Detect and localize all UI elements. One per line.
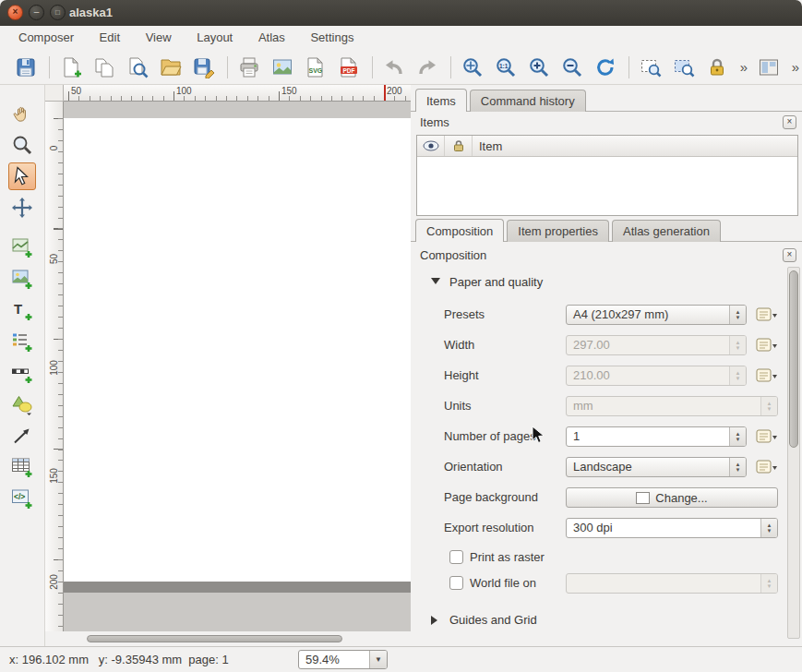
zoom-full-button[interactable]	[460, 54, 485, 80]
tab-items[interactable]: Items	[415, 89, 467, 112]
refresh-button[interactable]	[593, 54, 618, 80]
horizontal-ruler: 50 100 150 200	[64, 85, 411, 102]
spin-value: 300 dpi	[573, 519, 613, 537]
save-as-template-button[interactable]	[191, 54, 217, 80]
tool-add-new-map[interactable]	[8, 234, 36, 261]
export-svg-button[interactable]: SVG	[303, 54, 329, 80]
dock-tabs-bottom: Composition Item properties Atlas genera…	[415, 218, 724, 242]
tab-atlas-generation[interactable]: Atlas generation	[612, 220, 721, 242]
section-guides-and-grid[interactable]: Guides and Grid	[416, 611, 780, 630]
menu-edit[interactable]: Edit	[89, 26, 131, 50]
print-button[interactable]	[236, 54, 262, 80]
export-resolution-spinbox[interactable]: 300 dpi ▲▼	[566, 518, 778, 538]
menu-view[interactable]: View	[135, 26, 183, 50]
tool-add-label[interactable]: T	[8, 296, 36, 324]
orientation-combo[interactable]: Landscape ▲▼	[566, 457, 747, 477]
close-button[interactable]: ×	[7, 5, 23, 20]
vertical-scrollbar-thumb[interactable]	[789, 270, 798, 448]
toolbar-separator	[372, 56, 373, 78]
mouse-position-marker	[384, 85, 386, 101]
zoom-to-selection-button[interactable]	[671, 54, 697, 80]
tool-pan[interactable]	[8, 100, 36, 127]
menu-layout[interactable]: Layout	[186, 26, 244, 50]
menu-atlas[interactable]: Atlas	[247, 26, 296, 50]
data-defined-button[interactable]	[756, 428, 780, 445]
page-background-button[interactable]: Change...	[566, 487, 778, 508]
new-composer-button[interactable]	[58, 54, 84, 80]
collapse-arrow-icon	[431, 616, 437, 625]
world-file-on-checkbox[interactable]	[449, 576, 463, 590]
tab-composition[interactable]: Composition	[415, 219, 504, 242]
tool-add-shape[interactable]	[8, 390, 36, 418]
menu-composer[interactable]: Composer	[7, 26, 85, 50]
vertical-scrollbar[interactable]	[787, 267, 800, 639]
data-defined-button[interactable]	[756, 367, 780, 384]
tool-select-move-item[interactable]	[8, 162, 36, 190]
tool-add-scalebar[interactable]	[8, 359, 36, 387]
minimize-button[interactable]: –	[29, 5, 44, 20]
field-row-height: Height 210.00 ▲▼	[416, 366, 780, 386]
tab-item-properties[interactable]: Item properties	[507, 220, 609, 242]
zoom-out-button[interactable]	[559, 54, 585, 80]
tool-add-attribute-table[interactable]	[8, 453, 36, 481]
menubar: Composer Edit View Layout Atlas Settings	[0, 26, 802, 50]
zoom-1-1-button[interactable]: 1:1	[493, 54, 519, 80]
tab-command-history[interactable]: Command history	[470, 90, 586, 112]
undo-button[interactable]	[381, 54, 407, 80]
zoom-full-icon	[461, 56, 484, 78]
composer-manager-button[interactable]	[125, 54, 150, 80]
data-defined-button[interactable]	[756, 337, 780, 354]
add-label-icon: T	[11, 299, 33, 321]
export-image-button[interactable]	[269, 54, 295, 80]
spin-value: 297.00	[573, 336, 610, 354]
section-paper-and-quality[interactable]: Paper and quality	[416, 273, 780, 292]
toolbar-separator	[49, 56, 50, 78]
horizontal-scrollbar-thumb[interactable]	[87, 635, 342, 642]
data-defined-button[interactable]	[756, 306, 780, 323]
svg-text:1:1: 1:1	[499, 62, 509, 68]
tool-add-html[interactable]: </>	[8, 485, 36, 512]
save-project-button[interactable]	[13, 54, 39, 80]
composition-viewport[interactable]	[64, 102, 411, 631]
checkbox-row-world-file-on: World file on ▲▼	[416, 573, 780, 594]
width-spinbox: 297.00 ▲▼	[566, 335, 747, 355]
tool-add-arrow[interactable]	[8, 422, 36, 450]
data-defined-button[interactable]	[756, 459, 780, 475]
ruler-label: 50	[71, 86, 81, 96]
zoom-in-button[interactable]	[526, 54, 552, 80]
close-composition-panel-button[interactable]: ×	[783, 248, 796, 262]
lock-items-button[interactable]	[704, 54, 730, 80]
horizontal-scrollbar[interactable]	[45, 631, 411, 646]
new-page-icon	[60, 56, 82, 78]
zoom-to-region-button[interactable]	[638, 54, 664, 80]
toolbar-overflow-button[interactable]: »	[737, 54, 750, 80]
zoom-region-icon	[640, 56, 662, 78]
tool-move-item-content[interactable]	[8, 194, 36, 222]
items-table[interactable]: Item	[416, 135, 798, 216]
ruler-ticks	[58, 118, 63, 631]
toolbar-overflow-button-2[interactable]: »	[789, 54, 802, 80]
composition-page[interactable]	[64, 118, 411, 582]
duplicate-composer-button[interactable]	[91, 54, 117, 80]
print-as-raster-checkbox[interactable]	[449, 550, 463, 564]
vertical-ruler: 0 50 100 150 200	[45, 102, 64, 631]
menu-settings[interactable]: Settings	[299, 26, 365, 50]
tool-zoom[interactable]	[8, 131, 36, 159]
titlebar[interactable]: × – □ alaska1	[0, 0, 802, 27]
panels-button[interactable]	[756, 54, 782, 80]
redo-button[interactable]	[414, 54, 440, 80]
tool-add-legend[interactable]	[8, 328, 36, 355]
tool-add-image[interactable]	[8, 265, 36, 293]
maximize-button[interactable]: □	[50, 5, 66, 20]
export-pdf-button[interactable]: PDF	[336, 54, 362, 80]
presets-combo[interactable]: A4 (210x297 mm) ▲▼	[566, 305, 747, 325]
open-button[interactable]	[158, 54, 184, 80]
close-items-panel-button[interactable]: ×	[783, 115, 796, 129]
field-label: Presets	[444, 305, 485, 325]
expression-icon	[756, 428, 778, 445]
svg-file-icon: SVG	[305, 56, 327, 78]
number-of-pages-spinbox[interactable]: 1 ▲▼	[566, 426, 747, 447]
field-row-orientation: Orientation Landscape ▲▼	[416, 457, 780, 477]
chevron-updown-icon: ▲▼	[729, 458, 746, 476]
zoom-level-combo[interactable]: 59.4% ▼	[298, 650, 388, 669]
